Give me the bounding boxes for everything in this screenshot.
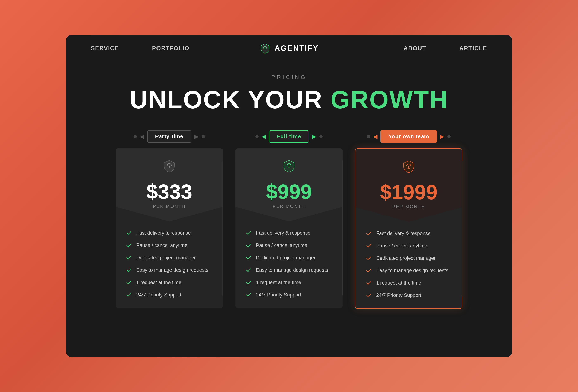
tab-dot-left-3 (367, 135, 370, 138)
nav-service[interactable]: SERVICE (91, 45, 119, 52)
feature-text: Dedicated project manager (376, 255, 435, 261)
tab-arrow-right-3: ▶ (440, 133, 444, 140)
pricing-title: UNLOCK YOUR GROWTH (66, 86, 512, 114)
card-1: $333 PER MONTH Fast delivery & response … (116, 148, 223, 308)
card-3-top: $1999 PER MONTH (355, 149, 462, 222)
check-icon (365, 255, 372, 261)
check-icon (126, 242, 132, 249)
tab-dot-right-2 (319, 135, 323, 138)
check-icon (126, 267, 132, 273)
plan-2-tab-label[interactable]: Full-time (269, 131, 309, 143)
card-3: $1999 PER MONTH Fast delivery & response… (355, 148, 462, 309)
check-icon (365, 267, 372, 274)
feature-text: Pause / cancel anytime (136, 242, 188, 248)
pricing-section: PRICING UNLOCK YOUR GROWTH (66, 61, 512, 131)
card-2-features: Fast delivery & response Pause / cancel … (245, 230, 333, 298)
feature-text: Dedicated project manager (136, 255, 196, 261)
card-1-top: $333 PER MONTH (116, 148, 223, 221)
tab-arrow-right-1: ▶ (194, 133, 199, 140)
feature-text: Fast delivery & response (136, 230, 191, 236)
feature-text: Pause / cancel anytime (256, 242, 307, 248)
card-2: $999 PER MONTH Fast delivery & response … (235, 148, 343, 308)
check-icon (245, 242, 252, 249)
check-icon (245, 267, 252, 273)
check-icon (365, 292, 372, 299)
card-outer-1: $333 PER MONTH Fast delivery & response … (116, 148, 223, 308)
feature-item: Easy to manage design requests (126, 267, 213, 273)
nav-links-left: SERVICE PORTFOLIO (91, 45, 190, 52)
card-2-body: Fast delivery & response Pause / cancel … (235, 225, 343, 308)
card-2-top: $999 PER MONTH (235, 148, 343, 221)
feature-text: 24/7 Priority Support (256, 292, 301, 298)
svg-rect-0 (265, 48, 265, 49)
nav-portfolio[interactable]: PORTFOLIO (152, 45, 189, 52)
check-icon (126, 292, 132, 298)
card-tab-party-time: ◀ Party-time ▶ (134, 131, 205, 143)
feature-text: 1 request at the time (256, 280, 301, 285)
feature-text: Dedicated project manager (256, 255, 315, 261)
check-icon (126, 254, 132, 261)
feature-item: 24/7 Priority Support (365, 292, 452, 299)
tab-arrow-left-2: ◀ (262, 133, 266, 140)
card-outer-3: $1999 PER MONTH Fast delivery & response… (355, 148, 462, 309)
nav-links-right: ABOUT ARTICLE (404, 45, 487, 52)
tab-dot-left-2 (255, 135, 259, 138)
plan-your-own-team: ◀ Your own team ▶ (349, 131, 469, 309)
feature-item: Dedicated project manager (245, 254, 333, 261)
navbar: SERVICE PORTFOLIO AGENTIFY ABOUT ARTICLE (66, 35, 512, 61)
card-1-period: PER MONTH (124, 204, 215, 209)
card-3-icon (400, 159, 417, 175)
card-3-period: PER MONTH (364, 204, 454, 209)
check-icon (365, 242, 372, 249)
tab-arrow-left-1: ◀ (140, 133, 144, 140)
svg-rect-2 (289, 166, 289, 167)
pricing-label: PRICING (66, 74, 512, 81)
feature-text: Easy to manage design requests (376, 268, 448, 273)
feature-item: 1 request at the time (365, 280, 452, 286)
check-icon (126, 230, 132, 236)
feature-item: Dedicated project manager (126, 254, 213, 261)
card-2-price: $999 (243, 181, 335, 202)
card-tab-your-own-team: ◀ Your own team ▶ (367, 131, 450, 143)
nav-article[interactable]: ARTICLE (459, 45, 487, 52)
card-3-body: Fast delivery & response Pause / cancel … (355, 226, 462, 308)
feature-item: Dedicated project manager (365, 255, 452, 261)
feature-item: Easy to manage design requests (365, 267, 452, 274)
feature-text: 1 request at the time (376, 280, 421, 286)
check-icon (245, 292, 252, 298)
pricing-title-white: UNLOCK YOUR (130, 86, 323, 113)
card-2-icon (281, 158, 297, 175)
check-icon (245, 254, 252, 261)
tab-dot-right-1 (202, 135, 205, 138)
plan-1-tab-label[interactable]: Party-time (147, 131, 191, 143)
logo-text: AGENTIFY (275, 44, 319, 53)
card-1-price: $333 (124, 181, 215, 202)
card-1-body: Fast delivery & response Pause / cancel … (116, 225, 223, 308)
plan-3-tab-label[interactable]: Your own team (381, 131, 437, 143)
card-tab-full-time: ◀ Full-time ▶ (255, 131, 322, 143)
card-outer-2: $999 PER MONTH Fast delivery & response … (235, 148, 343, 308)
feature-item: Fast delivery & response (245, 230, 333, 236)
tab-arrow-left-3: ◀ (373, 133, 378, 140)
feature-text: 24/7 Priority Support (136, 292, 182, 298)
feature-item: Easy to manage design requests (245, 267, 333, 273)
logo-icon (259, 43, 271, 54)
feature-item: 24/7 Priority Support (126, 292, 213, 298)
feature-text: Easy to manage design requests (256, 267, 328, 273)
feature-item: 1 request at the time (126, 279, 213, 286)
feature-text: 1 request at the time (136, 280, 182, 285)
logo-area[interactable]: AGENTIFY (259, 43, 319, 54)
feature-text: Pause / cancel anytime (376, 243, 427, 249)
check-icon (126, 279, 132, 286)
check-icon (245, 279, 252, 286)
feature-text: Easy to manage design requests (136, 267, 208, 273)
cards-container: ◀ Party-time ▶ (66, 131, 512, 309)
feature-item: Pause / cancel anytime (365, 242, 452, 249)
feature-text: 24/7 Priority Support (376, 292, 421, 298)
card-3-price: $1999 (364, 182, 454, 202)
feature-item: Fast delivery & response (365, 230, 452, 237)
nav-about[interactable]: ABOUT (404, 45, 426, 52)
check-icon (365, 280, 372, 286)
card-1-icon (161, 158, 178, 175)
website-container: SERVICE PORTFOLIO AGENTIFY ABOUT ARTICLE… (66, 35, 512, 357)
